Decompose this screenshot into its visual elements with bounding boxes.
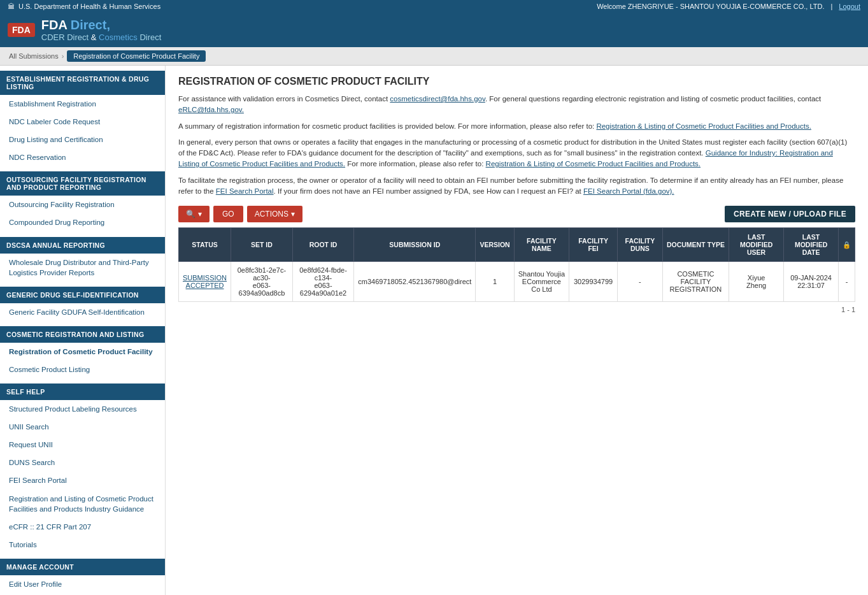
submissions-table: STATUS SET ID ROOT ID SUBMISSION ID VERS… xyxy=(178,227,855,302)
page-title: REGISTRATION OF COSMETIC PRODUCT FACILIT… xyxy=(178,76,855,87)
agency-name: U.S. Department of Health & Human Servic… xyxy=(18,3,160,10)
col-document-type: DOCUMENT TYPE xyxy=(662,228,729,262)
sidebar-section-dscsa: DSCSA ANNUAL REPORTING xyxy=(0,237,165,254)
reg-listing-link-2[interactable]: Registration & Listing of Cosmetic Produ… xyxy=(486,160,701,168)
cell-lock: - xyxy=(838,262,855,302)
cosmetics-direct: Direct xyxy=(139,32,161,42)
col-version: VERSION xyxy=(476,228,514,262)
sidebar-section-outsourcing: OUTSOURCING FACILITY REGISTRATION AND PR… xyxy=(0,171,165,196)
amp-label: & xyxy=(91,32,99,42)
cell-facility-name: Shantou YoujiaECommerce Co Ltd xyxy=(514,262,569,302)
col-facility-fei: FACILITY FEI xyxy=(569,228,618,262)
col-lock: 🔒 xyxy=(838,228,855,262)
sidebar-item-drug-listing[interactable]: Drug Listing and Certification xyxy=(0,131,165,148)
sidebar-item-establishment-registration[interactable]: Establishment Registration xyxy=(0,95,165,113)
breadcrumb-parent[interactable]: All Submissions xyxy=(9,52,59,60)
status-link[interactable]: SUBMISSIONACCEPTED xyxy=(183,274,227,289)
sidebar-item-cosmetic-registration[interactable]: Registration of Cosmetic Product Facilit… xyxy=(0,343,165,361)
col-set-id: SET ID xyxy=(231,228,293,262)
reg-listing-link-1[interactable]: Registration & Listing of Cosmetic Produ… xyxy=(596,122,811,130)
sidebar-section-cosmetic: COSMETIC REGISTRATION AND LISTING xyxy=(0,326,165,343)
sidebar-item-ecfr[interactable]: eCFR :: 21 CFR Part 207 xyxy=(0,518,165,536)
toolbar: 🔍 ▾ GO ACTIONS ▾ CREATE NEW / UPLOAD FIL… xyxy=(178,206,855,222)
search-icon: 🔍 xyxy=(186,210,196,219)
title-fda: FDA xyxy=(41,18,71,32)
subtitle: CDER Direct & Cosmetics Direct xyxy=(41,32,162,42)
actions-chevron: ▾ xyxy=(291,210,295,219)
search-button[interactable]: 🔍 ▾ xyxy=(178,206,210,222)
top-banner: 🏛 U.S. Department of Health & Human Serv… xyxy=(0,0,868,13)
fei-search-link[interactable]: FEI Search Portal xyxy=(216,187,274,195)
col-last-modified-date: LAST MODIFIED DATE xyxy=(784,228,839,262)
hhs-icon: 🏛 xyxy=(8,3,15,10)
cell-document-type: COSMETIC FACILITYREGISTRATION xyxy=(662,262,729,302)
sidebar-item-request-unii[interactable]: Request UNII xyxy=(0,436,165,454)
sidebar-section-selfhelp: SELF HELP xyxy=(0,384,165,400)
sidebar-item-fei-portal[interactable]: FEI Search Portal xyxy=(0,471,165,489)
top-banner-left: 🏛 U.S. Department of Health & Human Serv… xyxy=(8,3,160,10)
breadcrumb-current: Registration of Cosmetic Product Facilit… xyxy=(67,50,206,62)
logout-link[interactable]: Logout xyxy=(839,3,860,10)
sidebar-item-gdufa[interactable]: Generic Facility GDUFA Self-Identificati… xyxy=(0,303,165,321)
sidebar-item-tutorials[interactable]: Tutorials xyxy=(0,536,165,554)
sidebar-item-cosmetic-listing[interactable]: Cosmetic Product Listing xyxy=(0,361,165,378)
sidebar-item-outsourcing-facility[interactable]: Outsourcing Facility Registration xyxy=(0,196,165,213)
sidebar-item-ndc-reservation[interactable]: NDC Reservation xyxy=(0,148,165,166)
col-root-id: ROOT ID xyxy=(292,228,353,262)
sidebar-item-spl[interactable]: Structured Product Labeling Resources xyxy=(0,400,165,418)
fda-badge: FDA xyxy=(8,23,35,37)
info-para-2: A summary of registration information fo… xyxy=(178,121,855,132)
cell-set-id: 0e8fc3b1-2e7c-ac30-e063-6394a90ad8cb xyxy=(231,262,293,302)
cell-facility-duns: - xyxy=(617,262,662,302)
col-status: STATUS xyxy=(179,228,231,262)
sidebar-section-generic: GENERIC DRUG SELF-IDENTIFICATION xyxy=(0,287,165,303)
sidebar-item-reg-guidance[interactable]: Registration and Listing of Cosmetic Pro… xyxy=(0,490,165,518)
create-new-button[interactable]: CREATE NEW / UPLOAD FILE xyxy=(725,206,855,222)
cder-label: CDER xyxy=(41,32,67,42)
sidebar-item-compounded-drug[interactable]: Compounded Drug Reporting xyxy=(0,213,165,231)
col-facility-duns: FACILITY DUNS xyxy=(617,228,662,262)
pagination-info: 1 - 1 xyxy=(178,306,855,313)
cell-root-id: 0e8fd624-fbde-c134-e063-6294a90a01e2 xyxy=(292,262,353,302)
fda-direct-title: FDA Direct, xyxy=(41,18,162,32)
cosmetics-label: Cosmetics xyxy=(99,32,139,42)
cell-last-modified-date: 09-JAN-202422:31:07 xyxy=(784,262,839,302)
separator: | xyxy=(830,3,832,10)
search-chevron: ▾ xyxy=(198,210,202,219)
actions-label: ACTIONS xyxy=(255,210,288,219)
actions-button[interactable]: ACTIONS ▾ xyxy=(247,206,302,222)
go-button[interactable]: GO xyxy=(213,206,243,222)
sidebar-section-estab: ESTABLISHMENT REGISTRATION & DRUG LISTIN… xyxy=(0,71,165,95)
site-header: FDA FDA Direct, CDER Direct & Cosmetics … xyxy=(0,13,868,47)
main-layout: ESTABLISHMENT REGISTRATION & DRUG LISTIN… xyxy=(0,66,868,595)
table-header-row: STATUS SET ID ROOT ID SUBMISSION ID VERS… xyxy=(179,228,855,262)
col-submission-id: SUBMISSION ID xyxy=(354,228,476,262)
info-para-3: In general, every person that owns or op… xyxy=(178,137,855,170)
sidebar-item-unii-search[interactable]: UNII Search xyxy=(0,418,165,436)
col-last-modified-user: LAST MODIFIED USER xyxy=(729,228,784,262)
sidebar-section-manage: MANAGE ACCOUNT xyxy=(0,559,165,575)
info-para-1: For assistance with validation errors in… xyxy=(178,94,855,116)
cell-status: SUBMISSIONACCEPTED xyxy=(179,262,231,302)
title-direct: Direct, xyxy=(71,18,110,32)
cosmetics-email[interactable]: cosmeticsdirect@fda.hhs.gov xyxy=(390,95,485,103)
col-facility-name: FACILITY NAME xyxy=(514,228,569,262)
cell-version: 1 xyxy=(476,262,514,302)
cell-facility-fei: 3029934799 xyxy=(569,262,618,302)
erlc-email[interactable]: eRLC@fda.hhs.gov. xyxy=(178,106,244,113)
site-title: FDA Direct, CDER Direct & Cosmetics Dire… xyxy=(41,18,162,42)
cell-submission-id: cm3469718052.4521367980@direct xyxy=(354,262,476,302)
content-area: REGISTRATION OF COSMETIC PRODUCT FACILIT… xyxy=(166,66,868,595)
breadcrumb: All Submissions › Registration of Cosmet… xyxy=(0,47,868,66)
cder-direct: Direct xyxy=(67,32,91,42)
cell-last-modified-user: XiyueZheng xyxy=(729,262,784,302)
sidebar-item-wholesale[interactable]: Wholesale Drug Distributor and Third-Par… xyxy=(0,254,165,282)
fei-portal-link[interactable]: FEI Search Portal (fda.gov). xyxy=(583,187,674,195)
sidebar-item-duns-search[interactable]: DUNS Search xyxy=(0,454,165,471)
sidebar-item-ndc-labeler[interactable]: NDC Labeler Code Request xyxy=(0,113,165,131)
sidebar-item-edit-profile[interactable]: Edit User Profile xyxy=(0,575,165,593)
info-para-4: To facilitate the registration process, … xyxy=(178,175,855,197)
top-banner-right: Welcome ZHENGRIYUE - SHANTOU YOUJIA E-CO… xyxy=(597,3,860,10)
table-row: SUBMISSIONACCEPTED 0e8fc3b1-2e7c-ac30-e0… xyxy=(179,262,855,302)
sidebar: ESTABLISHMENT REGISTRATION & DRUG LISTIN… xyxy=(0,66,166,595)
